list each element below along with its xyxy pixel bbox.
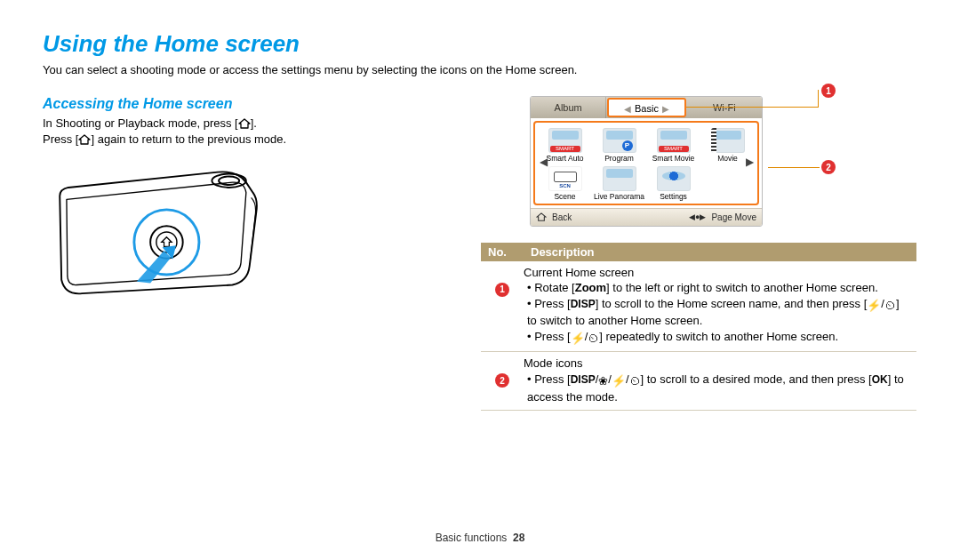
chevron-right-icon: ▶ (659, 104, 673, 114)
row-number-2: 2 (495, 373, 509, 388)
table-row: 2 Mode icons Press [DISP/❀/⚡/⏲] to scrol… (481, 352, 916, 411)
back-label[interactable]: Back (552, 212, 572, 222)
mode-program[interactable]: Program (593, 128, 645, 163)
page-footer: Basic functions 28 (0, 532, 960, 544)
chevron-left-icon: ◀ (620, 104, 635, 114)
body-text: In Shooting or Playback mode, press []. … (43, 116, 438, 148)
tab-wifi[interactable]: Wi-Fi (687, 97, 762, 118)
ok-button-label: OK (872, 373, 888, 386)
callout-2: 2 (821, 160, 836, 174)
svg-point-1 (219, 177, 239, 186)
description-table: No. Description 1 Current Home screen Ro… (481, 243, 916, 411)
tab-album[interactable]: Album (531, 97, 606, 118)
macro-icon: ❀ (598, 373, 608, 389)
mode-settings[interactable]: Settings (647, 166, 700, 201)
table-header-desc: Description (524, 243, 916, 261)
flash-icon: ⚡ (867, 298, 881, 314)
home-screen-screenshot: Album ◀Basic▶ Wi-Fi ◀ ▶ SMARTSmart Auto … (530, 96, 763, 227)
section-heading: Accessing the Home screen (43, 96, 438, 112)
pagemove-label: Page Move (711, 212, 756, 222)
flash-icon: ⚡ (612, 373, 626, 389)
home-icon (238, 118, 251, 129)
home-icon (536, 212, 547, 221)
page-next-icon[interactable]: ▶ (745, 156, 754, 170)
camera-illustration (43, 164, 265, 303)
flash-icon: ⚡ (571, 331, 585, 347)
timer-icon: ⏲ (884, 298, 896, 314)
page-prev-icon[interactable]: ◀ (539, 156, 548, 170)
home-icon (78, 134, 91, 145)
timer-icon: ⏲ (629, 373, 641, 389)
intro-text: You can select a shooting mode or access… (43, 63, 917, 76)
page-title: Using the Home screen (43, 30, 917, 58)
pagemove-icon: ◀●▶ (689, 212, 706, 221)
disp-button-label: DISP (571, 373, 596, 386)
disp-button-label: DISP (571, 298, 596, 310)
callout-1: 1 (821, 84, 836, 98)
mode-live-panorama[interactable]: Live Panorama (593, 166, 645, 201)
svg-point-2 (134, 210, 199, 275)
timer-icon: ⏲ (588, 331, 599, 347)
table-header-no: No. (481, 243, 524, 261)
row-number-1: 1 (495, 283, 509, 297)
mode-scene[interactable]: Scene (539, 166, 591, 201)
mode-smart-movie[interactable]: SMARTSmart Movie (647, 128, 700, 163)
tab-basic[interactable]: ◀Basic▶ (607, 98, 685, 117)
table-row: 1 Current Home screen Rotate [Zoom] to t… (481, 261, 916, 353)
